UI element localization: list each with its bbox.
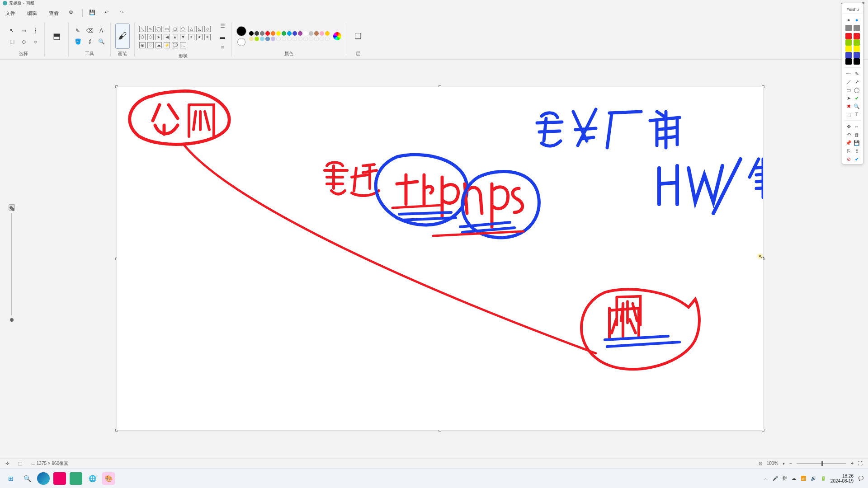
shape-hexagon-icon[interactable]: ⬡ <box>147 34 154 40</box>
float-undo-icon[interactable]: ↶ <box>845 131 852 138</box>
float-save2-icon[interactable]: 💾 <box>854 140 860 146</box>
slider-track[interactable] <box>11 213 12 315</box>
color-swatch[interactable] <box>298 31 302 36</box>
tray-wifi-icon[interactable]: 📶 <box>801 476 806 481</box>
color-swatch[interactable] <box>303 37 308 41</box>
app3-icon[interactable]: 🌐 <box>86 472 99 485</box>
cursor-tool-icon[interactable]: ↖ <box>7 26 16 35</box>
layers-icon[interactable]: ❏ <box>351 23 365 49</box>
rect-select-icon[interactable]: ▭ <box>19 26 28 35</box>
paint-icon[interactable]: 🎨 <box>102 472 115 485</box>
color-swatch[interactable] <box>276 37 281 41</box>
magnifier-icon[interactable]: 🔍 <box>97 37 106 46</box>
shape-star4-icon[interactable]: ✦ <box>188 34 194 40</box>
search-icon[interactable]: 🔍 <box>21 472 33 485</box>
color-swatch[interactable] <box>282 31 286 36</box>
drawing-canvas[interactable]: ↖ใ <box>117 87 763 430</box>
tray-mic-icon[interactable]: 🎤 <box>773 476 778 481</box>
float-move-icon[interactable]: ✥ <box>845 123 852 130</box>
float-arrow-icon[interactable]: ➤ <box>845 95 852 101</box>
float-text2-icon[interactable]: T <box>854 111 860 117</box>
float-pin-icon[interactable]: 📌 <box>845 140 852 146</box>
zoom-out-icon[interactable]: − <box>789 461 792 466</box>
float-color-swatch[interactable] <box>845 58 852 65</box>
lasso-icon[interactable]: ⟆ <box>31 26 40 35</box>
tray-chevron-icon[interactable]: ︿ <box>764 475 768 482</box>
edit-colors-icon[interactable] <box>333 32 341 40</box>
color-swatch[interactable] <box>260 37 264 41</box>
shape-fill-icon[interactable]: ▬ <box>218 33 227 42</box>
shape-outline-icon[interactable]: ☰ <box>218 22 227 31</box>
float-color-swatch[interactable] <box>854 58 860 65</box>
color-swatch[interactable] <box>314 37 319 41</box>
float-copy-icon[interactable]: ⎘ <box>845 148 852 154</box>
shape-star5-icon[interactable]: ★ <box>196 34 203 40</box>
color-swatch[interactable] <box>309 31 313 36</box>
shape-curve-icon[interactable]: ∿ <box>147 26 154 32</box>
zoom-dropdown-icon[interactable]: ▾ <box>783 461 785 466</box>
shape-bolt-icon[interactable]: ⚡ <box>164 42 170 48</box>
float-close-icon[interactable]: ⊘ <box>845 156 852 162</box>
zoom-thumb[interactable] <box>821 461 823 466</box>
undo-icon[interactable]: ↶ <box>104 9 112 17</box>
slider-thumb[interactable] <box>10 318 14 322</box>
float-color-swatch[interactable] <box>854 39 860 46</box>
pencil-icon[interactable]: ✎ <box>73 26 82 35</box>
float-text-icon[interactable]: ↔ <box>854 123 860 130</box>
float-title[interactable]: Feishu <box>842 5 863 14</box>
color-swatch[interactable] <box>265 31 270 36</box>
shape-heart-icon[interactable]: ♡ <box>147 42 154 48</box>
shape-line-icon[interactable]: ＼ <box>139 26 146 32</box>
float-line-icon[interactable]: ／ <box>845 79 852 85</box>
start-icon[interactable]: ⊞ <box>5 472 17 485</box>
menu-file[interactable]: 文件 <box>4 8 17 19</box>
zoom-value[interactable]: 100% <box>767 461 778 466</box>
float-sw-gray[interactable] <box>845 25 852 31</box>
shape-callout-icon[interactable]: ◉ <box>139 42 146 48</box>
color-swatch[interactable] <box>249 31 254 36</box>
float-color-swatch[interactable] <box>845 52 852 58</box>
magic-select-icon[interactable]: ⟐ <box>31 37 40 46</box>
color-swatch[interactable] <box>271 37 275 41</box>
fit-icon[interactable]: ⊡ <box>759 461 762 466</box>
color-swatch[interactable] <box>287 37 292 41</box>
color-swatch[interactable] <box>303 31 308 36</box>
color-swatch[interactable] <box>309 37 313 41</box>
shape-weight-icon[interactable]: ≡ <box>218 43 227 52</box>
settings-icon[interactable]: ⚙ <box>69 9 76 17</box>
color-swatch[interactable] <box>298 37 302 41</box>
shape-cloud-icon[interactable]: ☁ <box>156 42 162 48</box>
shape-polygon-icon[interactable]: ⬠ <box>180 26 186 32</box>
shape-arrowr-icon[interactable]: ➤ <box>156 34 162 40</box>
color-swatch[interactable] <box>287 31 292 36</box>
tray-cloud-icon[interactable]: ☁ <box>792 476 796 481</box>
tray-ime[interactable]: 拼 <box>783 475 787 482</box>
select-marquee-icon[interactable]: ⬚ <box>7 37 16 46</box>
color-swatch[interactable] <box>292 31 297 36</box>
color1-swatch[interactable] <box>236 26 246 36</box>
color-swatch[interactable] <box>255 31 259 36</box>
shape-arrowd-icon[interactable]: ▼ <box>180 34 186 40</box>
float-color-swatch[interactable] <box>854 46 860 52</box>
color-swatch[interactable] <box>320 31 324 36</box>
shape-arrowl-icon[interactable]: ◀ <box>164 34 170 40</box>
color2-swatch[interactable] <box>237 38 245 46</box>
color-swatch[interactable] <box>320 37 324 41</box>
save-icon[interactable]: 💾 <box>89 9 96 17</box>
color-swatch[interactable] <box>271 31 275 36</box>
color-swatch[interactable] <box>325 37 330 41</box>
float-cross-icon[interactable]: ✖ <box>845 103 852 109</box>
zoom-slider[interactable] <box>797 463 846 464</box>
float-trash-icon[interactable]: 🗑 <box>854 131 860 138</box>
bucket-icon[interactable]: 🪣 <box>73 37 82 46</box>
shape-more-icon[interactable]: … <box>180 42 186 48</box>
shape-rect-icon[interactable]: ▭ <box>164 26 170 32</box>
shape-pentagon-icon[interactable]: ⬠ <box>139 34 146 40</box>
app2-icon[interactable] <box>70 472 82 485</box>
tray-battery-icon[interactable]: 🔋 <box>821 476 826 481</box>
shape-triangle-icon[interactable]: △ <box>188 26 194 32</box>
menu-edit[interactable]: 编辑 <box>25 8 39 19</box>
crop-icon[interactable]: ⬒ <box>49 23 64 49</box>
color-swatch[interactable] <box>292 37 297 41</box>
edge-icon[interactable] <box>37 472 50 485</box>
